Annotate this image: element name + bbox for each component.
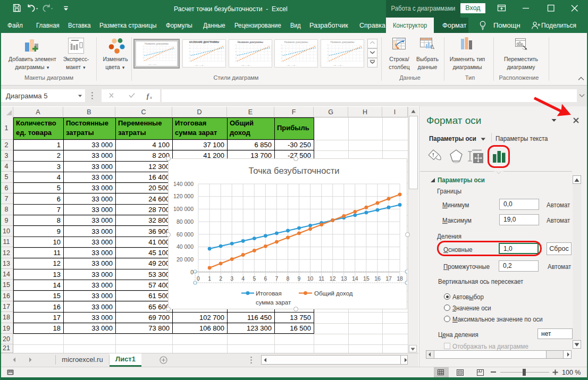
svg-text:сумма зарат: сумма зарат	[256, 299, 291, 306]
svg-text:x: x	[149, 95, 152, 100]
svg-text:0: 0	[190, 269, 194, 275]
svg-text:9: 9	[298, 275, 301, 282]
svg-text:3: 3	[230, 275, 233, 282]
svg-text:5: 5	[253, 275, 256, 282]
svg-text:f: f	[147, 92, 150, 100]
svg-text:0: 0	[197, 275, 200, 282]
svg-text:2: 2	[219, 275, 222, 282]
svg-text:12: 12	[330, 275, 336, 282]
svg-text:—● .... —● ....: —● .... —● ....	[195, 64, 205, 66]
svg-text:—● .... —● ....: —● .... —● ....	[241, 64, 251, 66]
svg-text:Общий доход: Общий доход	[314, 290, 353, 297]
svg-text:40 000: 40 000	[177, 243, 194, 250]
svg-text:16: 16	[374, 275, 381, 282]
svg-text:1: 1	[208, 275, 211, 282]
svg-text:6: 6	[264, 275, 267, 282]
svg-text:80 000: 80 000	[177, 218, 194, 225]
svg-text:8: 8	[287, 275, 290, 282]
svg-text:60 000: 60 000	[177, 231, 194, 238]
svg-text:—● .... —● ....: —● .... —● ....	[148, 63, 158, 65]
svg-text:120 000: 120 000	[173, 193, 194, 199]
svg-text:13: 13	[341, 275, 347, 282]
svg-text:4: 4	[241, 275, 245, 282]
svg-text:—● .... —● ....: —● .... —● ....	[287, 64, 298, 66]
svg-text:Точка безубыточности: Точка безубыточности	[249, 166, 340, 175]
svg-text:7: 7	[275, 275, 278, 282]
svg-text:11: 11	[318, 275, 324, 282]
svg-text:—● .... —● ....: —● .... —● ....	[333, 64, 343, 66]
svg-text:15: 15	[363, 275, 369, 282]
svg-text:140 000: 140 000	[173, 181, 194, 187]
svg-text:18: 18	[397, 275, 403, 282]
svg-text:20 000: 20 000	[177, 256, 194, 263]
svg-text:Итоговая: Итоговая	[256, 290, 282, 297]
svg-text:10: 10	[307, 275, 314, 282]
svg-text:100 000: 100 000	[173, 206, 194, 212]
svg-text:14: 14	[352, 275, 358, 282]
svg-text:17: 17	[385, 275, 392, 282]
